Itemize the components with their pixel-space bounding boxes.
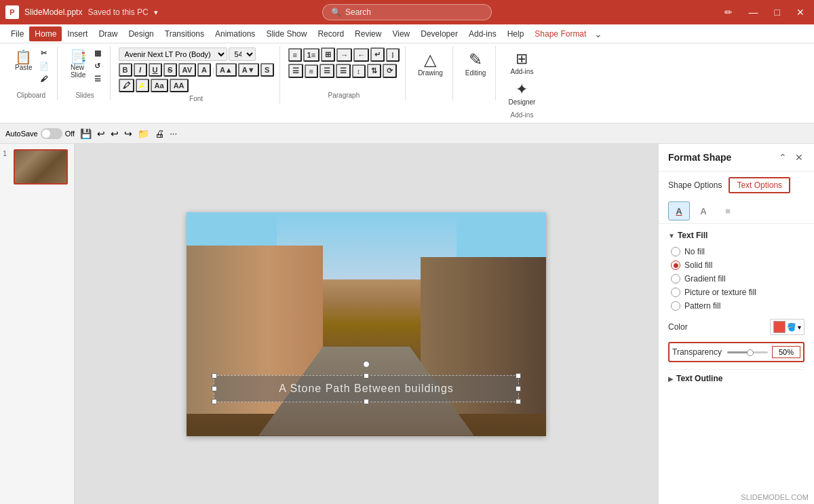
handle-ml[interactable] xyxy=(212,386,217,391)
section-button[interactable]: ☰ xyxy=(91,73,104,85)
decrease-size-button[interactable]: A▼ xyxy=(238,63,259,77)
reset-button[interactable]: ↺ xyxy=(91,60,104,72)
minimize-button[interactable]: — xyxy=(745,5,762,19)
handle-br[interactable] xyxy=(516,399,521,404)
text-fill-section-header[interactable]: ▼ Text Fill xyxy=(668,231,805,240)
layout-button[interactable]: ▦ xyxy=(91,47,104,59)
addins-button[interactable]: ⊞ Add-ins xyxy=(506,47,537,78)
editing-button[interactable]: ✎ Editing xyxy=(461,47,490,79)
handle-bm[interactable] xyxy=(364,399,369,404)
close-button[interactable]: ✕ xyxy=(792,5,809,19)
shape-options-tab[interactable]: Shape Options xyxy=(668,180,722,190)
handle-tl[interactable] xyxy=(212,373,217,379)
no-fill-radio[interactable] xyxy=(671,247,680,256)
transparency-slider-thumb[interactable] xyxy=(747,349,754,356)
text-direction-button[interactable]: ⇅ xyxy=(367,64,381,78)
italic-button[interactable]: I xyxy=(134,63,147,77)
more-icon[interactable]: ··· xyxy=(170,128,177,138)
underline-button[interactable]: U xyxy=(149,63,162,77)
menu-transitions[interactable]: Transitions xyxy=(159,26,210,41)
pattern-fill-radio[interactable] xyxy=(671,301,680,311)
toggle-track[interactable] xyxy=(41,128,62,139)
ribbon-toggle-icon[interactable]: ⌄ xyxy=(594,28,602,39)
solid-fill-radio[interactable] xyxy=(671,260,680,270)
slide-thumbnail[interactable] xyxy=(14,149,68,185)
line-spacing-button[interactable]: ↕ xyxy=(352,64,366,78)
menu-file[interactable]: File xyxy=(5,26,29,41)
solid-fill-option[interactable]: Solid fill xyxy=(671,260,805,270)
print-icon[interactable]: 🖨 xyxy=(155,128,164,139)
format-painter-button[interactable]: 🖌 xyxy=(37,73,52,84)
slide-thumb-1[interactable]: 1 xyxy=(3,149,71,185)
bold-button[interactable]: B xyxy=(119,63,132,77)
menu-record[interactable]: Record xyxy=(312,26,349,41)
clear-format-button[interactable]: A xyxy=(197,63,211,77)
transparency-value-input[interactable] xyxy=(772,346,800,358)
menu-insert[interactable]: Insert xyxy=(62,26,93,41)
menu-review[interactable]: Review xyxy=(349,26,387,41)
column-button[interactable]: ⫶ xyxy=(386,48,400,62)
menu-shape-format[interactable]: Shape Format xyxy=(529,26,592,41)
new-slide-button[interactable]: 📑 NewSlide xyxy=(66,47,91,81)
align-left-button[interactable]: ☰ xyxy=(288,64,303,78)
change-case-button[interactable]: AA xyxy=(170,79,189,92)
text-shadow-button[interactable]: S xyxy=(260,63,274,77)
numbered-list-button[interactable]: 1≡ xyxy=(303,48,320,62)
rotation-handle[interactable] xyxy=(363,361,370,368)
menu-developer[interactable]: Developer xyxy=(415,26,463,41)
color-picker-button[interactable]: 🪣 ▾ xyxy=(770,319,805,335)
autosave-toggle[interactable]: AutoSave Off xyxy=(5,128,75,139)
menu-help[interactable]: Help xyxy=(502,26,530,41)
redo-icon[interactable]: ↪ xyxy=(124,128,132,139)
menu-design[interactable]: Design xyxy=(123,26,159,41)
bullet-list-button[interactable]: ≡ xyxy=(288,48,302,62)
undo-icon[interactable]: ↩ xyxy=(97,128,105,139)
increase-size-button[interactable]: A▲ xyxy=(216,63,237,77)
text-outline-section-header[interactable]: ▶ Text Outline xyxy=(668,369,805,383)
text-effects-icon-button[interactable]: ≡ xyxy=(717,201,739,220)
align-center-button[interactable]: ≡ xyxy=(305,64,318,78)
gradient-fill-option[interactable]: Gradient fill xyxy=(671,274,805,284)
font-family-select[interactable]: Avenir Next LT Pro (Body) xyxy=(119,47,227,61)
pen-icon[interactable]: ✏ xyxy=(720,5,737,19)
text-outline-icon-button[interactable]: A xyxy=(693,201,714,220)
justify-button[interactable]: ☰ xyxy=(336,64,351,78)
designer-button[interactable]: ✦ Designer xyxy=(504,78,539,109)
drawing-button[interactable]: △ Drawing xyxy=(414,47,447,79)
slide-canvas[interactable]: A Stone Path Between buildings xyxy=(187,212,546,436)
picture-fill-radio[interactable] xyxy=(671,288,680,297)
font-color-button[interactable]: A xyxy=(136,79,149,92)
charspacing-button[interactable]: AV xyxy=(178,63,196,77)
maximize-button[interactable]: □ xyxy=(771,5,784,19)
file-icon[interactable]: 📁 xyxy=(138,128,149,139)
handle-bl[interactable] xyxy=(212,399,217,404)
search-box[interactable]: 🔍 Search xyxy=(322,4,492,20)
menu-view[interactable]: View xyxy=(387,26,415,41)
handle-tm[interactable] xyxy=(364,373,369,379)
text-fill-icon-button[interactable]: A xyxy=(668,201,690,220)
paste-button[interactable]: 📋 Paste xyxy=(11,47,37,74)
rtl-button[interactable]: ↵ xyxy=(370,47,385,62)
pattern-fill-option[interactable]: Pattern fill xyxy=(671,301,805,311)
caption-box[interactable]: A Stone Path Between buildings xyxy=(214,375,519,402)
save-icon[interactable]: 💾 xyxy=(80,128,92,139)
cut-button[interactable]: ✂ xyxy=(37,47,52,59)
menu-animations[interactable]: Animations xyxy=(210,26,260,41)
font-size-select[interactable]: 54 xyxy=(229,47,256,61)
color-dropdown-icon[interactable]: ▾ xyxy=(798,324,801,331)
handle-tr[interactable] xyxy=(516,373,521,379)
menu-addins[interactable]: Add-ins xyxy=(463,26,502,41)
font-case-button[interactable]: Aa xyxy=(151,79,168,92)
panel-close-button[interactable]: ✕ xyxy=(794,151,805,164)
menu-home[interactable]: Home xyxy=(29,26,62,41)
indent-right-button[interactable]: → xyxy=(336,48,352,62)
align-right-button[interactable]: ☰ xyxy=(319,64,334,78)
undo-arrow-icon[interactable]: ↩ xyxy=(111,128,119,139)
gradient-fill-radio[interactable] xyxy=(671,274,680,284)
indent-left-button[interactable]: ← xyxy=(353,48,369,62)
transparency-slider[interactable] xyxy=(727,351,768,353)
text-options-tab[interactable]: Text Options xyxy=(729,177,790,193)
multilevel-list-button[interactable]: ⊞ xyxy=(321,47,335,62)
handle-mr[interactable] xyxy=(516,386,521,391)
chevron-icon[interactable]: ▾ xyxy=(154,8,158,17)
